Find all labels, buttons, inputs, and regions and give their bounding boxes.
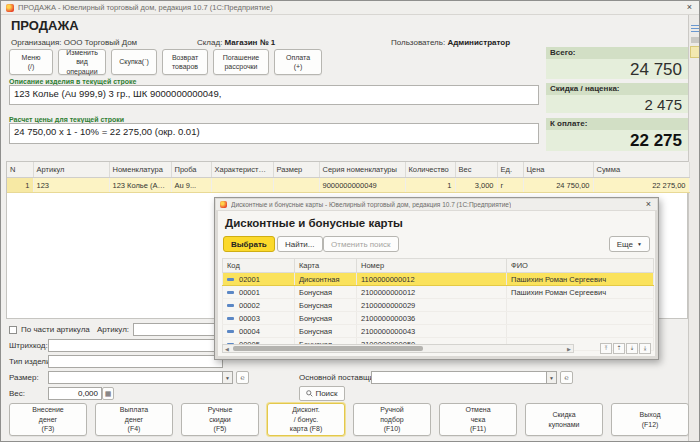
change-operation-button[interactable]: Изменить вид операции [58,49,106,75]
barcode-label: Штрихкод: [9,341,48,350]
list-nav-buttons: ⤒ ⇡ ⇣ ⤓ [600,343,651,354]
top-toolbar: Меню (/) Изменить вид операции Скупка(`)… [9,49,322,75]
article-label: Артикул: [97,325,129,334]
card-row[interactable]: 02001 Дисконтная1100000000012Пашихин Ром… [223,273,654,286]
total-label: Всего: [546,47,688,59]
barcode-input[interactable] [48,339,223,352]
chevron-down-icon: ▼ [637,241,642,247]
list-lines-icon [691,25,700,33]
calc-box[interactable]: 24 750,00 x 1 - 10% = 22 275,00 (окр. 0.… [9,123,539,144]
main-window: ПРОДАЖА - Ювелирный торговый дом, редакц… [0,0,700,442]
select-button[interactable]: Выбрать [223,236,275,252]
go-first-icon[interactable]: ⤒ [600,343,612,354]
scrollbar-thumb[interactable] [233,346,423,351]
1c-app-icon [220,201,227,208]
coupon-discount-button[interactable]: Скидка купонами [525,403,603,436]
page-title: ПРОДАЖА [11,18,79,33]
supplier-dropdown-button[interactable]: ▼ [546,371,557,384]
find-button[interactable]: Найти... [277,236,323,252]
card-icon [227,330,234,333]
size-open-button[interactable]: ℮ [236,371,249,384]
supplier-open-button[interactable]: ℮ [560,371,573,384]
go-last-icon[interactable]: ⤓ [639,343,651,354]
main-window-title: ПРОДАЖА - Ювелирный торговый дом, редакц… [18,3,273,12]
article-input[interactable] [133,323,223,336]
cancel-search-button: Отменить поиск [323,236,399,252]
panel-fragment-yellow [690,46,700,58]
size-dropdown-button[interactable]: ▼ [222,371,233,384]
dialog-titlebar: Дисконтные и бонусные карты - Ювелирный … [216,199,657,211]
1c-app-icon [6,4,14,12]
payment-button[interactable]: Оплата (+) [274,49,322,75]
panel-fragment [691,37,700,43]
cancel-receipt-button[interactable]: Отмена чека (F11) [439,403,517,436]
partial-article-label: По части артикула [21,325,90,334]
search-icon [306,390,313,397]
scroll-right-icon[interactable]: ▶ [565,346,573,352]
search-button[interactable]: Поиск [299,386,345,401]
menu-button[interactable]: Меню (/) [9,49,53,75]
dialog-heading: Дисконтные и бонусные карты [225,217,403,229]
dialog-title: Дисконтные и бонусные карты - Ювелирный … [231,201,511,208]
exit-button[interactable]: Выход (F12) [611,403,689,436]
partial-article-checkbox[interactable] [9,326,17,334]
card-row[interactable]: 00002 Бонусная2100000000029 [223,299,654,312]
card-icon [227,304,234,307]
manual-discounts-button[interactable]: Ручные скидки (F5) [181,403,259,436]
store-info: Склад: Магазин № 1 [197,38,275,47]
card-icon [227,317,234,320]
discount-label: Скидка / наценка: [546,83,688,95]
card-row[interactable]: 00004 Бонусная2100000000043 [223,325,654,338]
card-icon [227,278,234,281]
cards-table: Код Карта Номер ФИО 02001 Дисконтная1100… [222,258,653,351]
page-up-icon[interactable]: ⇡ [613,343,625,354]
manual-pick-button[interactable]: Ручной подбор (F10) [353,403,431,436]
table-row[interactable]: 1 123 123 Колье (Au 999,9) Au 9... 90000… [7,178,689,193]
discount-cards-dialog: Дисконтные и бонусные карты - Ювелирный … [214,197,659,360]
card-row[interactable]: 00003 Бонусная2100000000036 [223,312,654,325]
user-info: Пользователь: Администратор [391,38,510,47]
cash-out-button[interactable]: Выплата денег (F4) [95,403,173,436]
calc-label: Расчет цены для текущей строки [9,116,124,123]
dialog-toolbar: Выбрать Найти... Отменить поиск Еще ▼ [223,236,650,252]
discount-value: 2 475 [546,95,688,113]
items-header-row: N Артикул Номенклатура Проба Характерист… [7,162,689,178]
close-icon[interactable]: × [685,3,694,12]
due-value: 22 275 [546,130,688,151]
cash-in-button[interactable]: Внесение денег (F3) [9,403,87,436]
size-label: Размер: [9,373,39,382]
installment-button[interactable]: Погашение рассрочки [213,49,269,75]
supplier-input[interactable] [371,371,547,384]
organization-info: Организация: ООО Торговый Дом [11,38,137,47]
card-icon [227,291,234,294]
more-button[interactable]: Еще ▼ [609,236,650,252]
description-box[interactable]: 123 Колье (Au 999,9) 3 гр., ШК 900000000… [9,85,539,105]
weight-label: Вес: [9,389,25,398]
size-input[interactable] [48,371,223,384]
buyback-button[interactable]: Скупка(`) [111,49,157,75]
due-label: К оплате: [546,118,688,130]
page-down-icon[interactable]: ⇣ [626,343,638,354]
scroll-left-icon[interactable]: ◀ [223,346,231,352]
bottom-toolbar: Внесение денег (F3) Выплата денег (F4) Р… [9,403,689,436]
return-goods-button[interactable]: Возврат товаров [162,49,208,75]
supplier-label: Основной поставщик: [299,373,380,382]
discount-card-button[interactable]: Дисконт. / бонус. карта (F8) [267,403,345,436]
description-label: Описание изделия в текущей строке [9,78,136,85]
cards-header-row: Код Карта Номер ФИО [223,259,654,273]
dialog-close-icon[interactable]: × [644,200,653,209]
horizontal-scrollbar[interactable]: ◀ ▶ [222,344,574,353]
card-row[interactable]: 00001 Бонусная2100000000012Пашихин Роман… [223,286,654,299]
product-type-input[interactable] [48,355,223,368]
total-value: 24 750 [546,59,688,79]
calculator-icon[interactable]: ▦ [102,387,114,400]
side-strip [688,15,700,442]
main-titlebar: ПРОДАЖА - Ювелирный торговый дом, редакц… [1,1,699,15]
weight-input[interactable]: 0,000 [48,387,102,400]
